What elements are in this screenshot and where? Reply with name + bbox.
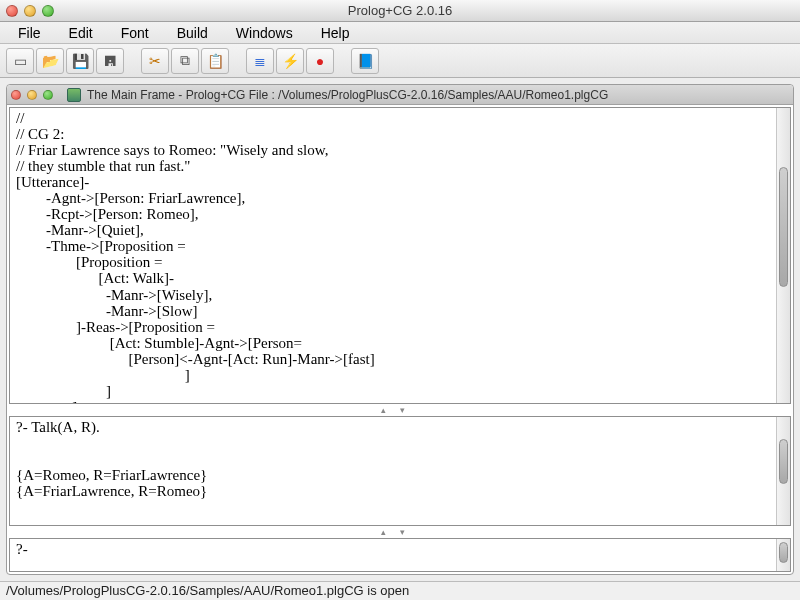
new-button[interactable] bbox=[6, 48, 34, 74]
scrollbar[interactable] bbox=[776, 108, 790, 403]
menu-bar: File Edit Font Build Windows Help bbox=[0, 22, 800, 44]
workspace: The Main Frame - Prolog+CG File : /Volum… bbox=[0, 78, 800, 581]
document-titlebar: The Main Frame - Prolog+CG File : /Volum… bbox=[7, 85, 793, 105]
minimize-icon[interactable] bbox=[27, 90, 37, 100]
query-input-content[interactable]: ?- bbox=[10, 539, 776, 571]
document-title: The Main Frame - Prolog+CG File : /Volum… bbox=[87, 88, 608, 102]
help-button[interactable] bbox=[351, 48, 379, 74]
document-window-controls bbox=[11, 90, 53, 100]
cut-button[interactable] bbox=[141, 48, 169, 74]
toolbar bbox=[0, 44, 800, 78]
menu-font[interactable]: Font bbox=[107, 23, 163, 43]
zoom-icon[interactable] bbox=[42, 5, 54, 17]
menu-file[interactable]: File bbox=[4, 23, 55, 43]
window-titlebar: Prolog+CG 2.0.16 bbox=[0, 0, 800, 22]
format-button[interactable] bbox=[246, 48, 274, 74]
splitter[interactable]: ▴▾ bbox=[9, 406, 791, 414]
source-editor-content[interactable]: // // CG 2: // Friar Lawrence says to Ro… bbox=[10, 108, 776, 403]
query-input-pane[interactable]: ?- bbox=[9, 538, 791, 572]
scrollbar[interactable] bbox=[776, 539, 790, 571]
window-title: Prolog+CG 2.0.16 bbox=[0, 3, 800, 18]
copy-button[interactable] bbox=[171, 48, 199, 74]
status-bar: /Volumes/PrologPlusCG-2.0.16/Samples/AAU… bbox=[0, 581, 800, 600]
splitter[interactable]: ▴▾ bbox=[9, 528, 791, 536]
save-all-button[interactable] bbox=[96, 48, 124, 74]
source-editor-pane[interactable]: // // CG 2: // Friar Lawrence says to Ro… bbox=[9, 107, 791, 404]
query-output-content: ?- Talk(A, R). {A=Romeo, R=FriarLawrence… bbox=[10, 417, 776, 525]
scrollbar[interactable] bbox=[776, 417, 790, 525]
menu-build[interactable]: Build bbox=[163, 23, 222, 43]
menu-windows[interactable]: Windows bbox=[222, 23, 307, 43]
file-type-icon bbox=[67, 88, 81, 102]
query-output-pane[interactable]: ?- Talk(A, R). {A=Romeo, R=FriarLawrence… bbox=[9, 416, 791, 526]
run-button[interactable] bbox=[276, 48, 304, 74]
window-controls bbox=[6, 5, 54, 17]
paste-button[interactable] bbox=[201, 48, 229, 74]
status-text: /Volumes/PrologPlusCG-2.0.16/Samples/AAU… bbox=[6, 583, 409, 598]
zoom-icon[interactable] bbox=[43, 90, 53, 100]
close-icon[interactable] bbox=[6, 5, 18, 17]
menu-edit[interactable]: Edit bbox=[55, 23, 107, 43]
stop-button[interactable] bbox=[306, 48, 334, 74]
open-button[interactable] bbox=[36, 48, 64, 74]
document-window: The Main Frame - Prolog+CG File : /Volum… bbox=[6, 84, 794, 575]
close-icon[interactable] bbox=[11, 90, 21, 100]
minimize-icon[interactable] bbox=[24, 5, 36, 17]
save-button[interactable] bbox=[66, 48, 94, 74]
menu-help[interactable]: Help bbox=[307, 23, 364, 43]
